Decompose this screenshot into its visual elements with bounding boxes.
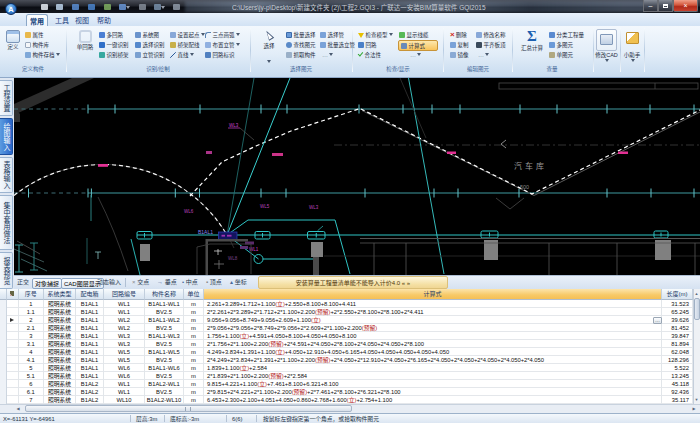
svg-text:WL3: WL3: [309, 205, 319, 210]
svg-text:WL6: WL6: [184, 209, 194, 214]
svg-text:汽车库: 汽车库: [514, 161, 547, 171]
svg-text:WL3: WL3: [229, 123, 239, 128]
svg-text:WL1: WL1: [249, 247, 259, 252]
svg-text:B1AL1: B1AL1: [198, 229, 213, 235]
svg-text:500: 500: [520, 184, 529, 190]
svg-text:WL8: WL8: [228, 256, 238, 261]
svg-text:WL5: WL5: [260, 204, 270, 209]
